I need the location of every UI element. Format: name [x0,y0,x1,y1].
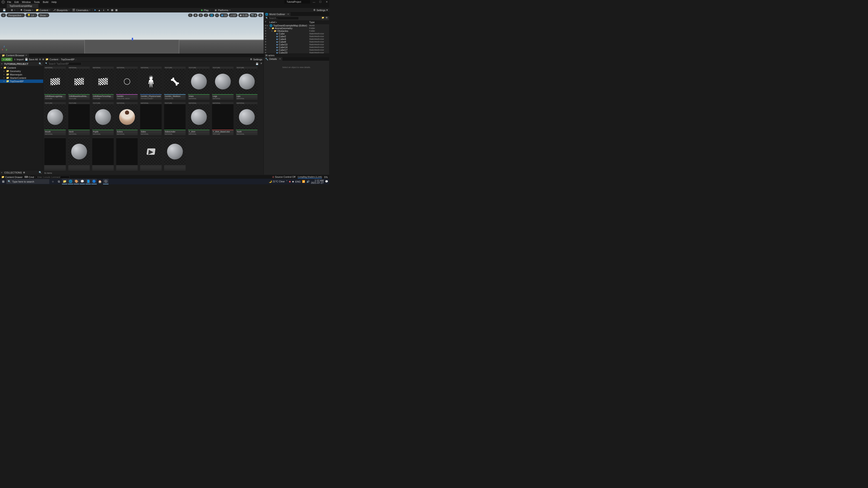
landscape-icon[interactable]: ▲ [98,8,101,11]
view-mode-perspective[interactable]: Perspective▾ [6,13,25,17]
world-outliner-tab[interactable]: 🌐World Outliner✕ [264,12,290,16]
menu-window[interactable]: Window [22,1,31,3]
asset-tile[interactable]: Material G8MBaseMouthMapD_1005 Texture [68,67,90,100]
asset-tile[interactable] [164,138,186,170]
view-mode-lit[interactable]: 💡Lit▾ [26,13,37,17]
asset-tile[interactable] [140,138,162,170]
viewport-maximize[interactable]: ⊞ [258,13,263,17]
history-fwd[interactable]: ⊕ [42,58,44,61]
asset-tile[interactable] [68,138,90,170]
camera-speed[interactable]: 📷4 [250,13,257,17]
type-column[interactable]: Type [309,21,328,24]
filter-button[interactable]: ⧩ [259,62,263,65]
asset-tile[interactable]: Material T_Shirt_BaseColor Texture [212,102,234,135]
menu-tools[interactable]: Tools [34,1,40,3]
task-home[interactable]: 🏠 [97,179,103,184]
search-icon[interactable]: 🔍 [39,171,42,174]
maximize-button[interactable]: ☐ [318,0,323,3]
brush-icon[interactable]: ▦ [111,8,114,11]
task-paint[interactable]: 🎨 [74,179,79,184]
outliner-row[interactable]: 👁▾🌐TopDownExampleMap (Editor)World [264,24,329,27]
outliner-row[interactable]: 👁▣Cube17StaticMeshActor [264,48,329,51]
asset-tile[interactable]: Material Sclera Material [116,102,138,135]
fx-icon[interactable]: ✦ [106,8,110,11]
start-button[interactable]: ⊞ [0,180,6,183]
transform-scale[interactable]: ⤢ [204,13,208,17]
transform-move[interactable]: ✥ [193,13,198,17]
play-button[interactable]: ▶Play⋮ [200,8,213,12]
tray-lang[interactable]: ENG [295,180,301,183]
show-button[interactable]: Show▾ [38,13,50,17]
menu-edit[interactable]: Edit [14,1,19,3]
task-explorer[interactable]: 📁 [62,179,67,184]
task-app2[interactable]: 🔵 [91,179,97,184]
document-tab[interactable]: TopDownExampleMap [7,4,38,8]
tree-item[interactable]: ▸📁Geometry [0,69,43,73]
outliner-folder-button[interactable]: 📁 [321,17,324,20]
editor-settings-button[interactable]: ⚙Settings▾ [313,8,328,11]
cinematics-button[interactable]: 🎬Cinematics▾ [71,8,91,12]
task-chrome[interactable]: 🌐 [68,179,73,184]
outliner-row[interactable]: 👁▣Cube14StaticMeshActor [264,46,329,48]
label-column[interactable]: Label [269,21,275,24]
tray-notifications-icon[interactable]: 💬 [325,180,328,183]
content-browser-tab[interactable]: 📁Content Browser✕ [0,54,29,57]
select-icon[interactable]: ➤ [94,8,96,11]
save-filter-button[interactable]: 💾 [255,63,258,65]
content-drawer-button[interactable]: 📁Content Drawer [1,175,23,178]
tray-clock[interactable]: 1:12 AM2021-07-27 [311,180,324,184]
transform-select[interactable]: ↖ [188,13,193,17]
asset-tile[interactable]: Texture Lips Material [236,67,257,100]
asset-tile[interactable]: Texture SidesUnder Material [164,102,186,135]
tray-wifi-icon[interactable]: 📶 [302,180,305,183]
tray-sound-icon[interactable]: 🔊 [307,180,310,183]
close-button[interactable]: ✕ [324,0,329,3]
task-taskview[interactable]: ⧉ [56,179,61,184]
asset-tile[interactable]: Texture Mouth Material [44,102,66,135]
asset-tile[interactable]: Texture Legs Material [212,67,234,100]
project-header[interactable]: ▾TUTORIALPROJECT🔍 [0,62,43,66]
breadcrumb-topdownbp[interactable]: TopDownBP [61,58,74,61]
asset-tile[interactable]: Texture Pupils Material [92,102,114,135]
tray-chevron-up-icon[interactable]: ˄ [286,180,287,183]
tray-icon-1[interactable]: ◆ [289,180,291,183]
close-icon[interactable]: ✕ [279,58,281,60]
asset-search-input[interactable] [44,62,82,66]
asset-tile[interactable]: Material Teeth Material [236,102,257,135]
minimize-button[interactable]: — [311,1,316,3]
outliner-row[interactable]: 👁▾📂ObstaclesFolder [264,30,329,32]
search-icon[interactable]: 🔍 [39,62,42,65]
cb-settings-button[interactable]: ⚙Settings [250,58,262,61]
blueprints-button[interactable]: ⎇Blueprints▾ [52,8,71,12]
asset-tile[interactable]: Material T_Shirt Material [188,102,210,135]
outliner-row[interactable]: 👁▣Cube20StaticMeshActor [264,51,329,54]
console-input[interactable] [36,176,70,178]
asset-tile[interactable]: Material Sides Material [140,102,162,135]
fracture-icon[interactable]: ▩ [115,8,118,11]
details-tab[interactable]: 🔧Details✕ [264,57,282,61]
task-unreal[interactable]: Ⓤ [103,179,108,184]
scale-snap[interactable]: ◉0.25 [238,13,249,17]
asset-tile[interactable] [44,138,66,170]
foliage-icon[interactable]: ⤓ [102,8,105,11]
menu-file[interactable]: File [7,1,11,3]
create-button[interactable]: ✚Create▾ [19,8,34,12]
menu-build[interactable]: Build [43,1,49,3]
asset-tile[interactable]: Texture Neck Material [68,102,90,135]
viewport-menu-button[interactable]: ≡ [1,13,6,17]
modes-button[interactable]: ⊞▾ [9,8,17,12]
cmd-button[interactable]: ⌨Cmd [24,175,34,178]
outliner-options-button[interactable]: ⚙ [325,17,328,20]
asset-tile[interactable] [92,138,114,170]
windows-search-input[interactable]: 🔍Type here to search [6,179,49,184]
tree-item[interactable]: ▸📁StarterContent [0,76,43,79]
source-control-status[interactable]: ⊘ Source Control Off [272,175,296,178]
eye-column-icon[interactable]: 👁 [265,21,267,24]
history-back[interactable]: ⊖ [39,58,41,61]
import-button[interactable]: ⤓Import [14,58,24,61]
asset-tile[interactable]: Material G8MBaseTorsoMapD_1002 Texture [92,67,114,100]
angle-snap[interactable]: ◿10° [229,13,238,17]
collections-header[interactable]: ▸COLLECTIONS⊕🔍 [0,170,43,175]
close-icon[interactable]: ✕ [25,54,27,57]
breadcrumb-content[interactable]: Content [50,58,58,61]
